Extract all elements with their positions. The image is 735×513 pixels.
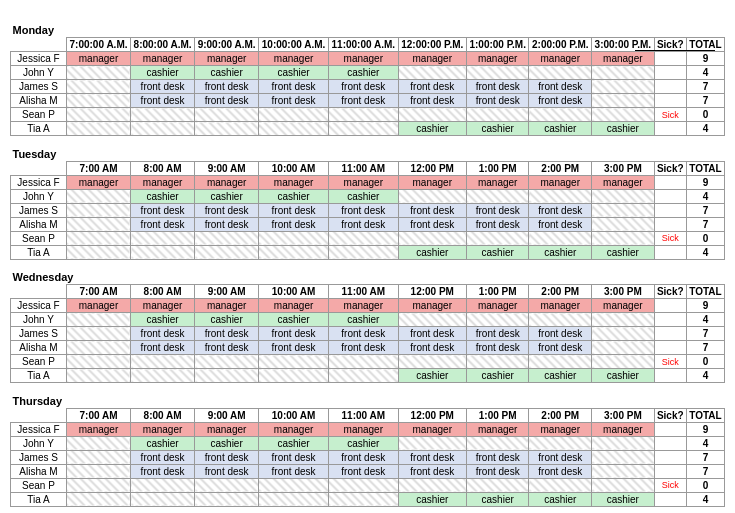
sick-cell — [654, 450, 686, 464]
employee-row: Tia Acashiercashiercashiercashier4 — [11, 245, 725, 259]
shift-cell — [592, 231, 655, 245]
sick-cell — [654, 189, 686, 203]
shift-cell: cashier — [529, 369, 592, 383]
shift-cell: manager — [195, 422, 259, 436]
shift-cell: manager — [592, 299, 655, 313]
time-header: 1:00 PM — [466, 408, 529, 422]
shift-cell — [592, 327, 655, 341]
shift-cell — [131, 231, 195, 245]
shift-cell — [529, 231, 592, 245]
employee-row: Alisha Mfront deskfront deskfront deskfr… — [11, 94, 725, 108]
time-header: 2:00 PM — [529, 408, 592, 422]
shift-cell: front desk — [529, 94, 592, 108]
shift-cell: front desk — [131, 327, 195, 341]
employee-row: James Sfront deskfront deskfront deskfro… — [11, 80, 725, 94]
employee-row: James Sfront deskfront deskfront deskfro… — [11, 450, 725, 464]
shift-cell — [592, 80, 655, 94]
time-header: 7:00 AM — [66, 161, 130, 175]
time-header: 7:00 AM — [66, 285, 130, 299]
time-header: TOTAL — [686, 285, 724, 299]
employee-row: Jessica Fmanagermanagermanagermanagerman… — [11, 299, 725, 313]
total-cell: 4 — [686, 436, 724, 450]
shift-cell: manager — [259, 175, 329, 189]
shift-cell: cashier — [259, 189, 329, 203]
shift-cell: manager — [66, 299, 130, 313]
total-cell: 4 — [686, 313, 724, 327]
shift-cell: manager — [328, 52, 398, 66]
employee-row: Jessica Fmanagermanagermanagermanagerman… — [11, 175, 725, 189]
employee-name: Tia A — [11, 245, 67, 259]
shift-cell: front desk — [328, 94, 398, 108]
shift-cell: front desk — [398, 94, 466, 108]
day-name: Thursday — [11, 389, 687, 409]
employee-row: Jessica Fmanagermanagermanagermanagerman… — [11, 52, 725, 66]
shift-cell: cashier — [131, 313, 195, 327]
shift-cell — [398, 436, 466, 450]
employee-row: John Ycashiercashiercashiercashier4 — [11, 436, 725, 450]
shift-cell: front desk — [529, 203, 592, 217]
shift-cell: cashier — [195, 436, 259, 450]
shift-cell — [259, 478, 329, 492]
shift-cell: front desk — [529, 341, 592, 355]
employee-name: John Y — [11, 189, 67, 203]
time-header: 2:00 PM — [529, 161, 592, 175]
shift-cell — [328, 478, 398, 492]
shift-cell: manager — [529, 52, 592, 66]
employee-name: Alisha M — [11, 341, 67, 355]
sick-cell — [654, 94, 686, 108]
total-cell: 0 — [686, 231, 724, 245]
sick-cell: Sick — [654, 355, 686, 369]
shift-cell — [66, 66, 130, 80]
shift-cell: front desk — [328, 341, 398, 355]
total-cell: 7 — [686, 450, 724, 464]
shift-cell — [529, 108, 592, 122]
employee-name: John Y — [11, 66, 67, 80]
total-cell: 9 — [686, 422, 724, 436]
time-header: 3:00 PM — [592, 285, 655, 299]
shift-cell: manager — [195, 52, 259, 66]
time-header: Sick? — [654, 161, 686, 175]
shift-cell — [529, 66, 592, 80]
shift-cell — [328, 369, 398, 383]
time-header: 1:00 PM — [466, 285, 529, 299]
total-cell: 7 — [686, 464, 724, 478]
sick-cell — [654, 52, 686, 66]
sick-cell — [654, 80, 686, 94]
shift-cell — [328, 122, 398, 136]
shift-cell — [592, 313, 655, 327]
shift-cell: manager — [66, 175, 130, 189]
shift-cell — [466, 231, 529, 245]
time-header: 12:00:00 P.M. — [398, 38, 466, 52]
employee-row: Sean PSick0 — [11, 355, 725, 369]
shift-cell: manager — [592, 422, 655, 436]
shift-cell: front desk — [328, 80, 398, 94]
shift-cell — [131, 478, 195, 492]
shift-cell: manager — [131, 299, 195, 313]
header-right — [631, 24, 715, 51]
shift-cell — [195, 355, 259, 369]
time-header: TOTAL — [686, 161, 724, 175]
shift-cell: front desk — [466, 217, 529, 231]
shift-cell: manager — [466, 422, 529, 436]
sick-cell — [654, 203, 686, 217]
shift-cell: cashier — [466, 492, 529, 506]
time-header: 12:00 PM — [398, 161, 466, 175]
employee-row: Tia Acashiercashiercashiercashier4 — [11, 122, 725, 136]
shift-cell — [66, 478, 130, 492]
time-header: 8:00 AM — [131, 408, 195, 422]
shift-cell: front desk — [398, 464, 466, 478]
shift-cell — [592, 203, 655, 217]
shift-cell — [131, 108, 195, 122]
total-cell: 4 — [686, 66, 724, 80]
time-header: 12:00 PM — [398, 408, 466, 422]
shift-cell: cashier — [466, 122, 529, 136]
time-header: 8:00 AM — [131, 285, 195, 299]
shift-cell — [398, 189, 466, 203]
shift-cell — [66, 464, 130, 478]
shift-cell: front desk — [195, 94, 259, 108]
time-header: 8:00:00 A.M. — [131, 38, 195, 52]
shift-cell — [131, 355, 195, 369]
employee-name: Alisha M — [11, 464, 67, 478]
shift-cell — [66, 94, 130, 108]
shift-cell: manager — [259, 52, 329, 66]
